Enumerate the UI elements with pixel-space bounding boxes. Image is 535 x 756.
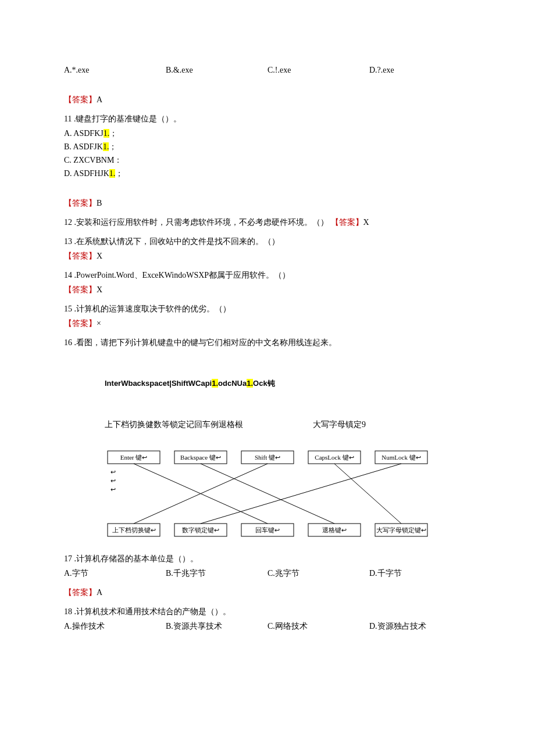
highlight-text: 1. [109, 169, 116, 178]
highlight-text: 1. [104, 129, 110, 138]
q11-a-suffix: ； [109, 129, 117, 138]
diagram-top-0: Enter 键↩ [120, 454, 148, 461]
q11-b-suffix: ； [109, 142, 117, 151]
document-page: A.*.exe B.&.exe C.!.exe D.?.exe 【答案】A 11… [0, 0, 535, 756]
diagram-top-1: Backspace 键↩ [180, 454, 221, 461]
q10-option-d: D.?.exe [369, 64, 471, 76]
q17-options-row: A.字节 B.千兆字节 C.兆字节 D.千字节 [64, 567, 471, 579]
diagram-bottom-1: 数字锁定键↩ [182, 526, 219, 533]
q18-stem: 18 .计算机技术和通用技术结合的产物是（）。 [64, 605, 471, 618]
diagram-top-3: CapsLock 键↩ [315, 454, 354, 461]
highlight-text: 1. [212, 379, 218, 388]
q16-key-row: InterWbackspacet|ShiftWCapi1.odcNUa1.Ock… [105, 378, 471, 389]
q14-stem: 14 .PowerPoint.Word、ExceKWindoWSXP都属于应用软… [64, 269, 471, 281]
q18-options-row: A.操作技术 B.资源共享技术 C.网络技术 D.资源独占技术 [64, 620, 471, 632]
q16-key-text-1: InterWbackspacet|ShiftWCapi [105, 379, 212, 388]
arrow-icon: ↩ [110, 486, 116, 493]
q10-answer: 【答案】A [64, 94, 471, 106]
q11-option-b: B. ASDFJK1.； [64, 141, 471, 153]
q11-answer: 【答案】B [64, 197, 471, 209]
q12-stem: 12 .安装和运行应用软件时，只需考虑软件环境，不必考虑硬件环境。（） [64, 218, 329, 227]
q12-line: 12 .安装和运行应用软件时，只需考虑软件环境，不必考虑硬件环境。（） 【答案】… [64, 216, 471, 228]
q18-option-d: D.资源独占技术 [369, 620, 471, 632]
q10-option-c: C.!.exe [268, 64, 369, 76]
diagram-bottom-2: 回车键↩ [255, 526, 280, 533]
q16-key-text-3: Ock钝 [253, 379, 275, 388]
answer-value: X [97, 252, 102, 260]
q18-option-c: C.网络技术 [268, 620, 369, 632]
q10-options-row: A.*.exe B.&.exe C.!.exe D.?.exe [64, 64, 471, 76]
arrow-icon: ↩ [110, 468, 116, 475]
answer-value: X [363, 218, 369, 227]
q11-a-prefix: A. ASDFKJ [64, 129, 104, 138]
answer-label: 【答案】 [64, 199, 97, 207]
q11-d-suffix: ； [115, 169, 123, 178]
answer-value: A [97, 588, 102, 597]
answer-value: X [97, 285, 102, 294]
q13-answer: 【答案】X [64, 250, 471, 262]
q16-labels-left: 上下档切换健数等锁定记回车例退格根 [105, 420, 243, 429]
diagram-bottom-0: 上下档切换键↩ [112, 526, 156, 533]
q16-key-text-2: odcNUa [218, 379, 247, 388]
arrow-icon: ↩ [110, 477, 116, 484]
answer-label: 【答案】 [64, 588, 97, 597]
q16-labels-row: 上下档切换健数等锁定记回车例退格根大写字母镇定9 [105, 418, 471, 431]
highlight-text: 1. [247, 379, 253, 388]
q11-d-prefix: D. ASDFHJK [64, 169, 109, 178]
q17-option-c: C.兆字节 [268, 567, 369, 579]
q11-stem: 11 .键盘打字的基准键位是（）。 [64, 113, 471, 125]
q14-answer: 【答案】X [64, 284, 471, 296]
q16-diagram: Enter 键↩ Backspace 键↩ Shift 键↩ CapsLock … [105, 448, 430, 541]
q11-option-c: C. ZXCVBNM： [64, 154, 471, 166]
svg-line-14 [201, 464, 401, 524]
answer-label: 【答案】 [64, 252, 97, 260]
q10-option-b: B.&.exe [166, 64, 268, 76]
q17-stem: 17 .计算机存储器的基本单位是（）。 [64, 553, 471, 565]
q15-answer: 【答案】× [64, 317, 471, 329]
q17-answer: 【答案】A [64, 586, 471, 599]
q11-option-a: A. ASDFKJ1.； [64, 127, 471, 139]
q11-b-prefix: B. ASDFJK [64, 142, 103, 151]
q13-stem: 13 .在系统默认情况下，回收站中的文件是找不回来的。（） [64, 235, 471, 248]
answer-value: A [97, 95, 102, 104]
answer-label: 【答案】 [64, 319, 97, 328]
diagram-top-2: Shift 键↩ [255, 454, 280, 461]
diagram-bottom-3: 退格键↩ [322, 526, 347, 533]
diagram-bottom-4: 大写字母锁定键↩ [376, 526, 426, 533]
q17-option-a: A.字节 [64, 567, 166, 579]
q17-option-d: D.千字节 [369, 567, 471, 579]
answer-label: 【答案】 [64, 95, 97, 104]
q15-stem: 15 .计算机的运算速度取决于软件的优劣。（） [64, 303, 471, 315]
q18-option-b: B.资源共享技术 [166, 620, 268, 632]
highlight-text: 1. [103, 142, 109, 151]
svg-line-13 [334, 464, 401, 524]
svg-line-11 [201, 464, 334, 524]
diagram-top-4: NumLock 键↩ [381, 454, 420, 461]
answer-value: B [97, 199, 102, 207]
q11-option-d: D. ASDFHJK1.； [64, 167, 471, 180]
q18-option-a: A.操作技术 [64, 620, 166, 632]
q17-option-b: B.千兆字节 [166, 567, 268, 579]
answer-value: × [97, 319, 101, 328]
q10-option-a: A.*.exe [64, 64, 166, 76]
answer-label: 【答案】 [331, 218, 363, 227]
q16-labels-right: 大写字母镇定9 [313, 420, 366, 429]
answer-label: 【答案】 [64, 285, 97, 294]
q16-stem: 16 .看图，请把下列计算机键盘中的键与它们相对应的中文名称用线连起来。 [64, 336, 471, 349]
